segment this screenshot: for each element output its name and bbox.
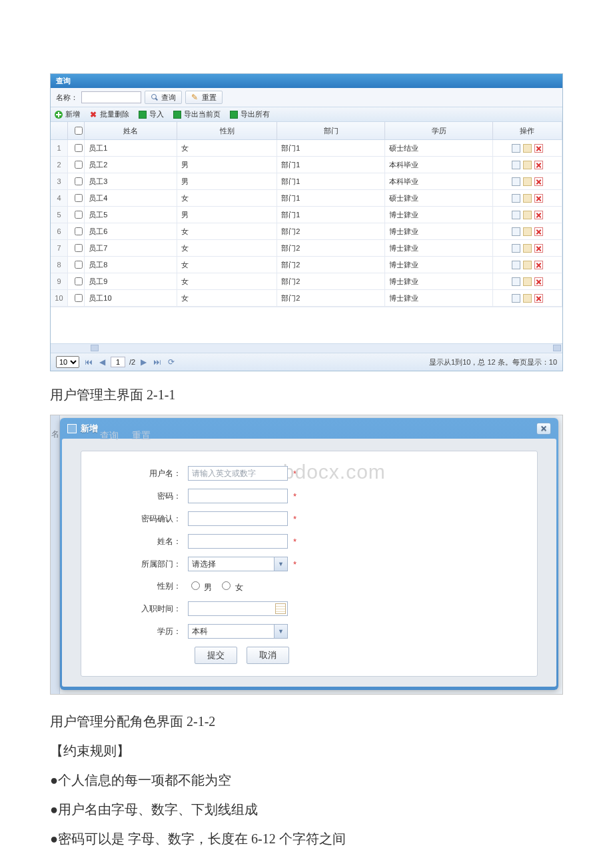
add-dialog: 新增 ✕ 查询 重置 www.bdocx.com 用户名： * [60, 418, 558, 690]
view-icon[interactable] [512, 294, 520, 303]
edit-icon[interactable] [523, 211, 532, 219]
dialog-screenshot: 名 新增 ✕ 查询 重置 www.bdocx.com 用户名： [50, 415, 563, 695]
row-number: 5 [51, 207, 67, 223]
delete-icon[interactable] [534, 244, 543, 253]
edit-icon[interactable] [523, 194, 532, 203]
cell-name: 员工9 [85, 273, 177, 290]
edit-icon[interactable] [523, 244, 532, 253]
view-icon[interactable] [512, 227, 520, 236]
delete-icon[interactable] [534, 161, 543, 169]
cell-name: 员工3 [85, 173, 177, 190]
batch-delete-button[interactable]: ✖ 批量删除 [89, 109, 129, 119]
view-icon[interactable] [512, 177, 520, 186]
edit-icon[interactable] [523, 177, 532, 186]
row-number: 4 [51, 190, 67, 207]
view-icon[interactable] [512, 211, 520, 219]
col-gender[interactable]: 性别 [177, 122, 277, 140]
edit-icon[interactable] [523, 161, 532, 169]
calendar-icon[interactable] [275, 603, 286, 614]
view-icon[interactable] [512, 277, 520, 286]
cell-gender: 女 [177, 240, 277, 257]
realname-field[interactable] [188, 534, 288, 549]
export-page-label: 导出当前页 [184, 109, 221, 119]
delete-icon[interactable] [534, 294, 543, 303]
cell-dept: 部门1 [277, 140, 385, 157]
row-checkbox[interactable] [75, 244, 83, 252]
col-name[interactable]: 姓名 [85, 122, 177, 140]
required-mark: * [293, 559, 297, 569]
import-button[interactable]: 导入 [139, 109, 164, 119]
view-icon[interactable] [512, 244, 520, 253]
confirm-field[interactable] [188, 511, 288, 526]
name-input[interactable] [81, 91, 141, 103]
close-button[interactable]: ✕ [536, 423, 551, 435]
import-label: 导入 [149, 109, 164, 119]
export-page-button[interactable]: 导出当前页 [173, 109, 221, 119]
scroll-left-icon[interactable] [91, 345, 99, 351]
scroll-right-icon[interactable] [553, 345, 561, 351]
refresh-button[interactable]: ⟳ [167, 358, 176, 366]
edu-select[interactable] [188, 624, 288, 639]
first-page-button[interactable]: ⏮ [83, 357, 94, 367]
row-number: 7 [51, 240, 67, 257]
table-row: 4员工4女部门1硕士肄业 [51, 190, 562, 207]
cancel-button[interactable]: 取消 [247, 647, 289, 664]
row-checkbox[interactable] [75, 277, 83, 285]
edit-icon[interactable] [523, 294, 532, 303]
row-checkbox[interactable] [75, 294, 83, 302]
col-dept[interactable]: 部门 [277, 122, 385, 140]
delete-icon[interactable] [534, 194, 543, 203]
add-button[interactable]: 新增 [55, 109, 80, 119]
view-icon[interactable] [512, 161, 520, 169]
hire-date-field[interactable] [188, 601, 288, 616]
row-checkbox[interactable] [75, 194, 83, 202]
delete-icon[interactable] [534, 277, 543, 286]
prev-page-button[interactable]: ◀ [98, 357, 107, 367]
horizontal-scrollbar[interactable] [51, 343, 562, 353]
chevron-down-icon[interactable]: ▼ [274, 625, 287, 638]
export-all-button[interactable]: 导出所有 [230, 109, 270, 119]
delete-icon[interactable] [534, 261, 543, 269]
username-field[interactable] [188, 466, 288, 481]
submit-button[interactable]: 提交 [195, 647, 237, 664]
gender-female[interactable]: 女 [219, 579, 243, 593]
reset-button[interactable]: ✎ 重置 [185, 91, 223, 104]
delete-icon[interactable] [534, 177, 543, 186]
edit-icon[interactable] [523, 227, 532, 236]
delete-icon[interactable] [534, 227, 543, 236]
select-all-checkbox[interactable] [75, 127, 83, 135]
cell-gender: 男 [177, 207, 277, 223]
label-dept: 所属部门： [115, 559, 188, 570]
table-row: 6员工6女部门2博士肄业 [51, 223, 562, 240]
row-checkbox[interactable] [75, 161, 83, 169]
col-edu[interactable]: 学历 [385, 122, 493, 140]
delete-icon[interactable] [534, 144, 543, 153]
row-checkbox[interactable] [75, 261, 83, 269]
search-button[interactable]: 查询 [145, 91, 182, 104]
chevron-down-icon[interactable]: ▼ [274, 557, 287, 571]
view-icon[interactable] [512, 194, 520, 203]
row-checkbox[interactable] [75, 211, 83, 219]
label-hire: 入职时间： [115, 603, 188, 615]
row-checkbox[interactable] [75, 144, 83, 152]
dept-select[interactable] [188, 557, 288, 571]
row-checkbox[interactable] [75, 177, 83, 185]
page-input[interactable] [111, 357, 125, 367]
cell-name: 员工5 [85, 207, 177, 223]
gender-male[interactable]: 男 [188, 579, 212, 593]
pager: 10 ⏮ ◀ /2 ▶ ⏭ ⟳ 显示从1到10，总 12 条。每页显示：10 [51, 353, 562, 371]
row-checkbox[interactable] [75, 227, 83, 235]
edit-icon[interactable] [523, 277, 532, 286]
cell-gender: 男 [177, 173, 277, 190]
last-page-button[interactable]: ⏭ [152, 357, 163, 367]
password-field[interactable] [188, 489, 288, 503]
row-number: 3 [51, 173, 67, 190]
cell-edu: 博士肄业 [385, 273, 493, 290]
next-page-button[interactable]: ▶ [139, 357, 148, 367]
edit-icon[interactable] [523, 261, 532, 269]
page-size-select[interactable]: 10 [56, 356, 79, 368]
view-icon[interactable] [512, 144, 520, 153]
view-icon[interactable] [512, 261, 520, 269]
edit-icon[interactable] [523, 144, 532, 153]
delete-icon[interactable] [534, 211, 543, 219]
